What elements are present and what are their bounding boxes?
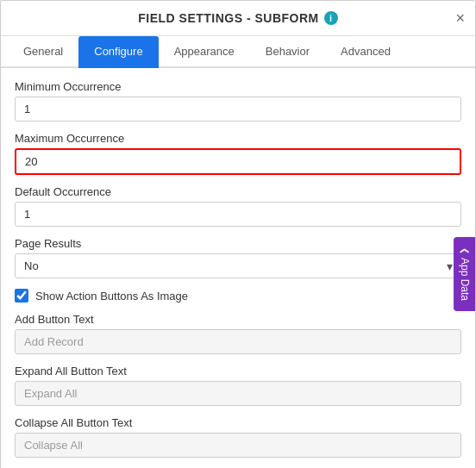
page-results-label: Page Results [15,237,461,250]
tab-advanced[interactable]: Advanced [325,36,406,68]
expand-all-button-text-label: Expand All Button Text [15,365,461,378]
page-results-select[interactable]: No Yes [15,253,461,278]
info-icon[interactable]: i [324,11,338,25]
page-results-select-wrapper: No Yes ▾ [15,253,461,278]
close-button[interactable]: × [455,10,465,26]
app-data-label: App Data [459,258,471,301]
add-button-text-label: Add Button Text [15,313,461,326]
expand-all-button-text-group: Expand All Button Text Expand All [15,365,461,406]
collapse-all-button-text-input[interactable]: Collapse All [15,433,461,458]
minimum-occurrence-input[interactable] [15,97,461,122]
default-occurrence-input[interactable] [15,202,461,227]
show-action-buttons-row: Show Action Buttons As Image [15,289,461,303]
tab-bar: General Configure Appearance Behavior Ad… [1,36,475,68]
page-results-group: Page Results No Yes ▾ [15,237,461,278]
main-content: Minimum Occurrence Maximum Occurrence De… [1,68,475,468]
tab-appearance[interactable]: Appearance [159,36,250,68]
collapse-all-button-text-group: Collapse All Button Text Collapse All [15,416,461,458]
tab-general[interactable]: General [8,36,78,68]
collapse-all-button-text-label: Collapse All Button Text [15,416,461,429]
chevron-left-icon: ❮ [460,247,470,254]
minimum-occurrence-label: Minimum Occurrence [15,80,461,93]
default-occurrence-group: Default Occurrence [15,185,461,227]
dialog-header: FIELD SETTINGS - SUBFORM i × [1,1,475,36]
show-action-buttons-checkbox[interactable] [15,289,28,303]
content-area: Minimum Occurrence Maximum Occurrence De… [1,68,475,468]
maximum-occurrence-input[interactable] [15,148,461,175]
maximum-occurrence-label: Maximum Occurrence [15,132,461,145]
expand-all-button-text-input[interactable]: Expand All [15,381,461,406]
add-button-text-group: Add Button Text Add Record [15,313,461,354]
tab-behavior[interactable]: Behavior [250,36,325,68]
field-settings-dialog: FIELD SETTINGS - SUBFORM i × General Con… [0,0,476,468]
tab-configure[interactable]: Configure [78,36,158,68]
maximum-occurrence-group: Maximum Occurrence [15,132,461,175]
dialog-title-text: FIELD SETTINGS - SUBFORM [138,11,319,25]
dialog-title: FIELD SETTINGS - SUBFORM i [138,11,338,25]
add-button-text-input[interactable]: Add Record [15,329,461,354]
minimum-occurrence-group: Minimum Occurrence [15,80,461,122]
show-action-buttons-label: Show Action Buttons As Image [35,290,188,303]
app-data-sidebar-tab[interactable]: ❮ App Data [454,237,476,311]
default-occurrence-label: Default Occurrence [15,185,461,198]
